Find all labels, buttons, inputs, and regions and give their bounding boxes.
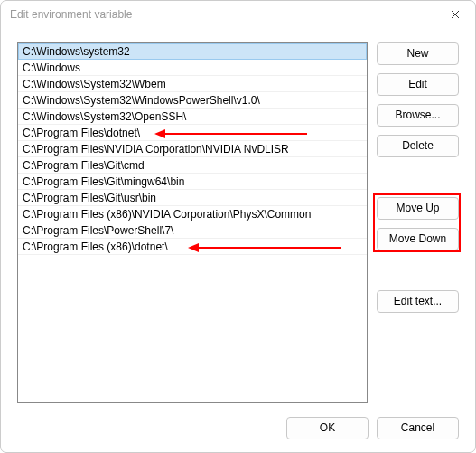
list-item[interactable]: C:\Program Files (x86)\NVIDIA Corporatio… [18,206,367,222]
list-item[interactable]: C:\Program Files\dotnet\ [18,125,367,141]
list-item[interactable]: C:\Windows [18,60,367,76]
cancel-button[interactable]: Cancel [377,417,459,439]
new-button[interactable]: New [377,42,459,65]
list-item[interactable]: C:\Program Files\Git\usr\bin [18,190,367,206]
list-item[interactable]: C:\Windows\System32\Wbem [18,76,367,92]
move-up-button[interactable]: Move Up [377,197,459,220]
list-item[interactable]: C:\Program Files\Git\mingw64\bin [18,174,367,190]
list-item[interactable]: C:\Program Files (x86)\dotnet\ [18,239,367,255]
window-title: Edit environment variable [10,8,132,21]
list-item[interactable]: C:\Program Files\NVIDIA Corporation\NVID… [18,141,367,157]
list-item[interactable]: C:\Windows\System32\WindowsPowerShell\v1… [18,92,367,109]
path-listbox[interactable]: C:\Windows\system32C:\WindowsC:\Windows\… [17,42,368,403]
list-item[interactable]: C:\Program Files\Git\cmd [18,157,367,174]
edit-text-button[interactable]: Edit text... [377,290,459,313]
side-button-panel: New Edit Browse... Delete Move Up Move D… [377,42,459,403]
move-down-button[interactable]: Move Down [377,228,459,250]
content-area: C:\Windows\system32C:\WindowsC:\Windows\… [17,42,459,403]
list-item[interactable]: C:\Windows\System32\OpenSSH\ [18,109,367,125]
titlebar: Edit environment variable [1,1,475,28]
list-item[interactable]: C:\Program Files\PowerShell\7\ [18,222,367,239]
bottom-button-bar: OK Cancel [286,417,459,439]
close-icon [451,10,460,19]
ok-button[interactable]: OK [286,417,369,439]
delete-button[interactable]: Delete [377,135,459,157]
browse-button[interactable]: Browse... [377,104,459,127]
edit-button[interactable]: Edit [377,73,459,96]
close-button[interactable] [435,1,475,28]
list-item[interactable]: C:\Windows\system32 [18,43,367,60]
